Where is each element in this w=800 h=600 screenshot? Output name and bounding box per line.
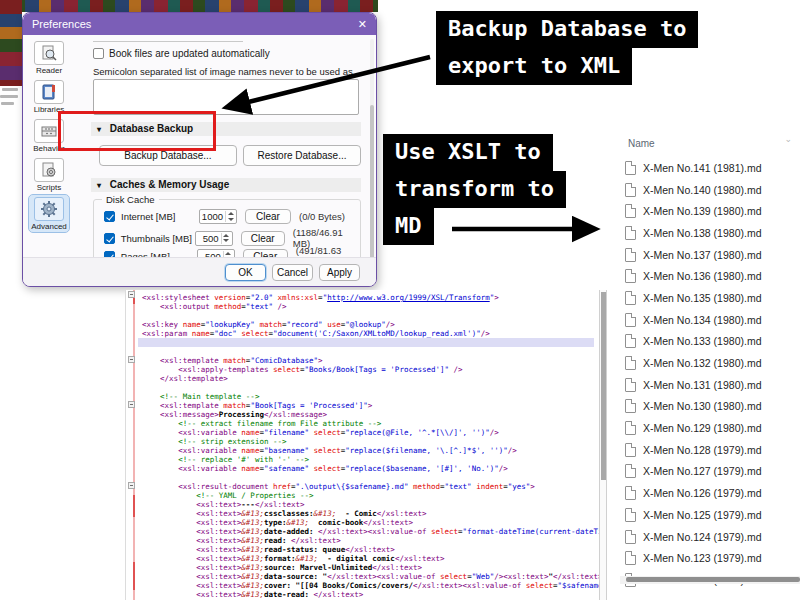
sidebar-item-scripts[interactable]: Scripts	[29, 156, 69, 193]
file-name: X-Men No.126 (1979).md	[643, 487, 761, 499]
fold-marker-icon[interactable]	[128, 291, 135, 298]
name-column-header[interactable]: Name	[628, 138, 655, 149]
scrollbar-thumb[interactable]	[370, 105, 374, 265]
file-name: X-Men No.133 (1980).md	[643, 335, 761, 347]
code-line: <xsl:text>---</xsl:text>	[142, 500, 594, 509]
document-icon	[625, 486, 636, 500]
list-item[interactable]: X-Men No.138 (1980).md	[618, 222, 800, 244]
xslt-code-editor[interactable]: <xsl:stylesheet version="2.0" xmlns:xsl=…	[125, 290, 608, 600]
thumbnails-cache-spinner[interactable]: 500	[195, 231, 232, 246]
clear-internet-cache-button[interactable]: Clear	[245, 209, 291, 224]
background-text-fragment	[0, 95, 18, 98]
list-item[interactable]: X-Men No.130 (1980).md	[618, 396, 800, 418]
document-icon	[625, 291, 636, 305]
code-line	[138, 338, 594, 347]
clear-thumbnails-cache-button[interactable]: Clear	[241, 231, 285, 246]
file-name: X-Men No.139 (1980).md	[643, 205, 761, 217]
restore-database-button[interactable]: Restore Database...	[243, 145, 361, 166]
code-line: <xsl:variable name="safename" select="re…	[142, 464, 594, 473]
thumbnail-exclusion-textarea[interactable]	[93, 79, 359, 115]
code-line: <xsl:template match="Book[Tags = 'Proces…	[142, 401, 594, 410]
code-line: <xsl:result-document href=".\output\{$sa…	[142, 482, 594, 491]
dialog-titlebar[interactable]: Preferences ✕	[23, 13, 376, 35]
file-explorer-list: Name ⌄ X-Men No.141 (1981).mdX-Men No.14…	[618, 130, 800, 600]
internet-cache-checkbox[interactable]	[104, 211, 115, 222]
sidebar-item-advanced[interactable]: Advanced	[29, 195, 69, 232]
code-line: <xsl:text>&#13;read-status: queue</xsl:t…	[142, 545, 594, 554]
annotation-use-xslt: Use XSLT to transform to MD	[383, 134, 566, 245]
list-item[interactable]: X-Men No.131 (1980).md	[618, 374, 800, 396]
sidebar-item-label: Advanced	[29, 222, 69, 231]
auto-update-checkbox[interactable]	[93, 48, 104, 59]
file-name: X-Men No.135 (1980).md	[643, 292, 761, 304]
cache-usage-stat: (0/0 Bytes)	[299, 211, 345, 222]
code-line: <!-- strip extension -->	[142, 437, 594, 446]
list-item[interactable]: X-Men No.126 (1979).md	[618, 482, 800, 504]
preferences-dialog: Preferences ✕ Reader Libraries Behavior …	[22, 12, 377, 287]
fold-marker-icon[interactable]	[128, 401, 135, 408]
code-line: <xsl:stylesheet version="2.0" xmlns:xsl=…	[142, 293, 594, 302]
scrollbar-thumb[interactable]	[601, 292, 606, 480]
list-item[interactable]: X-Men No.128 (1979).md	[618, 439, 800, 461]
disk-cache-group: Disk Cache Internet [MB] 1000 Clear (0/0…	[93, 199, 361, 259]
apply-button[interactable]: Apply	[319, 264, 360, 281]
dialog-scrollbar[interactable]	[370, 39, 374, 255]
change-bar	[133, 290, 135, 600]
spinner-arrows-icon[interactable]	[225, 211, 235, 222]
code-lines: <xsl:stylesheet version="2.0" xmlns:xsl=…	[142, 293, 594, 599]
file-name: X-Men No.130 (1980).md	[643, 400, 761, 412]
sidebar-item-reader[interactable]: Reader	[29, 39, 69, 76]
list-item[interactable]: X-Men No.133 (1980).md	[618, 331, 800, 353]
internet-cache-spinner[interactable]: 1000	[199, 209, 237, 224]
list-item[interactable]: X-Men No.136 (1980).md	[618, 265, 800, 287]
section-caches-memory[interactable]: ▾ Caches & Memory Usage	[91, 178, 361, 192]
list-item[interactable]: X-Men No.139 (1980).md	[618, 200, 800, 222]
cancel-button[interactable]: Cancel	[272, 264, 313, 281]
file-name: X-Men No.140 (1980).md	[643, 184, 761, 196]
list-item[interactable]: X-Men No.132 (1980).md	[618, 352, 800, 374]
collapse-arrow-icon: ▾	[97, 181, 101, 190]
thumbnails-cache-checkbox[interactable]	[104, 233, 115, 244]
code-line: <xsl:key name="lookupKey" match="record"…	[142, 320, 594, 329]
list-item[interactable]: X-Men No.124 (1979).md	[618, 526, 800, 548]
ok-button[interactable]: OK	[225, 264, 266, 281]
document-icon	[625, 378, 636, 392]
cache-row-label: Internet [MB]	[121, 211, 199, 222]
list-item[interactable]: X-Men No.127 (1979).md	[618, 461, 800, 483]
list-item[interactable]: X-Men No.137 (1980).md	[618, 244, 800, 266]
file-name: X-Men No.132 (1980).md	[643, 357, 761, 369]
code-line	[142, 383, 594, 392]
document-icon	[625, 508, 636, 522]
file-name: X-Men No.136 (1980).md	[643, 270, 761, 282]
spinner-arrows-icon[interactable]	[221, 233, 231, 244]
list-item[interactable]: X-Men No.141 (1981).md	[618, 157, 800, 179]
list-item[interactable]: X-Men No.129 (1980).md	[618, 417, 800, 439]
file-list-hscrollbar[interactable]	[620, 576, 800, 584]
list-item[interactable]: X-Men No.135 (1980).md	[618, 287, 800, 309]
list-item[interactable]: X-Men No.123 (1979).md	[618, 547, 800, 569]
document-icon	[625, 248, 636, 262]
document-icon	[625, 356, 636, 370]
fold-marker-icon[interactable]	[128, 356, 135, 363]
code-line: <xsl:output method="text" />	[142, 302, 594, 311]
list-item[interactable]: X-Men No.125 (1979).md	[618, 504, 800, 526]
list-item[interactable]: X-Men No.134 (1980).md	[618, 309, 800, 331]
background-comic-strip-top	[0, 0, 378, 12]
clipped-control-edge	[93, 41, 243, 42]
file-name: X-Men No.128 (1979).md	[643, 444, 761, 456]
code-line: <!-- YAML / Properties -->	[142, 491, 594, 500]
annotation-line: Use XSLT to	[383, 134, 553, 171]
editor-scrollbar[interactable]	[599, 290, 607, 600]
document-icon	[625, 530, 636, 544]
sidebar-item-libraries[interactable]: Libraries	[29, 78, 69, 115]
document-icon	[625, 399, 636, 413]
file-name: X-Men No.125 (1979).md	[643, 509, 761, 521]
close-icon[interactable]: ✕	[358, 13, 367, 35]
editor-left-edge	[125, 290, 126, 600]
scrollbar-thumb[interactable]	[626, 577, 800, 582]
scripts-icon	[40, 161, 58, 179]
change-bar-segment	[133, 495, 135, 517]
fold-marker-icon[interactable]	[128, 482, 135, 489]
list-item[interactable]: X-Men No.140 (1980).md	[618, 179, 800, 201]
code-line: <xsl:variable name="filename" select="re…	[142, 428, 594, 437]
